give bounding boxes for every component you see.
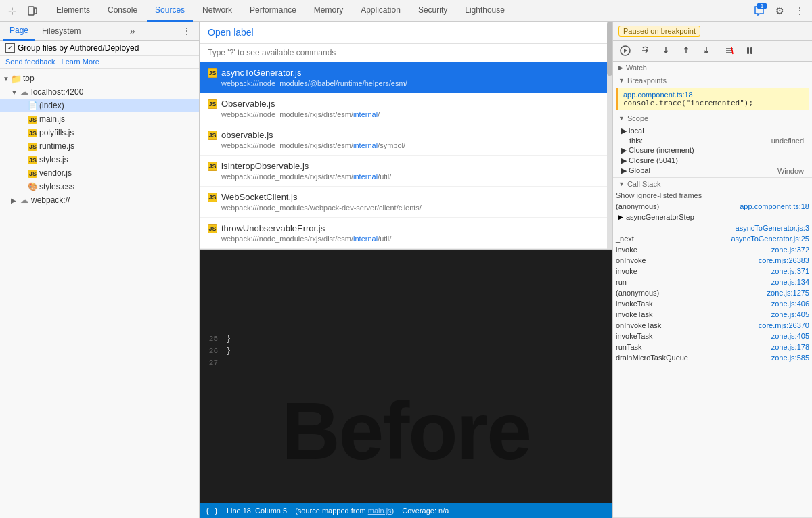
tree-item-vendor-js[interactable]: JSvendor.js [0, 166, 199, 180]
file-name: Observable.js [221, 99, 604, 109]
tab-page[interactable]: Page [3, 22, 35, 41]
step-out-btn[interactable] [677, 43, 696, 59]
resume-btn[interactable] [616, 43, 635, 59]
tree-item-webpack---[interactable]: ▶☁webpack:// [0, 193, 199, 207]
scope-header[interactable]: ▼ Scope [613, 112, 812, 124]
search-query[interactable]: label [233, 27, 254, 38]
center-panel: Open label Type '?' to see available com… [200, 22, 612, 518]
call-stack-item-5[interactable]: onInvoke core.mjs:26383 [613, 255, 812, 266]
call-stack-item-14[interactable]: drainMicroTaskQueue zone.js:585 [613, 352, 812, 363]
tab-security[interactable]: Security [410, 0, 455, 22]
breakpoints-header[interactable]: ▼ Breakpoints [613, 74, 812, 87]
tree-label: main.js [39, 114, 65, 124]
svg-rect-1 [35, 8, 37, 14]
tree-item-top[interactable]: ▼📁top [0, 72, 199, 85]
call-stack-item-10[interactable]: invokeTask zone.js:405 [613, 309, 812, 320]
file-item-1[interactable]: JS Observable.js webpack:///node_modules… [200, 93, 612, 124]
pause-exceptions-btn[interactable] [740, 43, 759, 59]
call-stack-item-4[interactable]: invoke zone.js:372 [613, 244, 812, 255]
panel-menu-icon[interactable]: ⋮ [177, 22, 196, 41]
tree-item-main-js[interactable]: JSmain.js [0, 112, 199, 126]
file-item-4[interactable]: JS WebSocketClient.js webpack:///node_mo… [200, 187, 612, 218]
main-js-link[interactable]: main.js [368, 507, 392, 515]
file-item-2[interactable]: JS observable.js webpack:///node_modules… [200, 124, 612, 156]
right-panel: Paused on breakpoint [612, 22, 812, 518]
watch-header[interactable]: ▶ Watch [613, 62, 812, 74]
cursor-icon[interactable]: ⊹ [3, 1, 22, 20]
breakpoint-item: app.component.ts:18 console.trace("incre… [616, 88, 809, 110]
toolbar-separator [45, 4, 45, 18]
code-area[interactable]: 25 } 26 } 27 Before [200, 333, 612, 518]
call-stack-item-0[interactable]: (anonymous) app.component.ts:18 [613, 201, 812, 212]
tree-item-styles-js[interactable]: JSstyles.js [0, 153, 199, 166]
tree-item-polyfills-js[interactable]: JSpolyfills.js [0, 126, 199, 139]
call-loc: zone.js:372 [771, 245, 809, 254]
tab-elements[interactable]: Elements [48, 0, 98, 22]
tab-performance[interactable]: Performance [242, 0, 304, 22]
call-stack-item-3[interactable]: _next asyncToGenerator.js:25 [613, 233, 812, 244]
code-line-26: 26 } [200, 345, 612, 357]
js-icon: JS [208, 162, 217, 171]
dialog-scrollbar-thumb[interactable] [607, 22, 612, 76]
tab-network[interactable]: Network [194, 0, 240, 22]
tree-item-styles-css[interactable]: 🎨styles.css [0, 180, 199, 193]
deactivate-btn[interactable] [720, 43, 739, 59]
svg-rect-0 [28, 7, 34, 15]
tab-application[interactable]: Application [353, 0, 409, 22]
file-name: throwUnobservableError.js [221, 223, 604, 233]
debug-toolbar [613, 41, 812, 62]
call-stack-expand-async[interactable]: ▶asyncGeneratorStep [613, 212, 812, 222]
more-icon[interactable]: ⋮ [790, 1, 809, 20]
call-stack-item-8[interactable]: (anonymous) zone.js:1275 [613, 287, 812, 298]
tab-memory[interactable]: Memory [306, 0, 351, 22]
tab-filesystem[interactable]: Filesystem [35, 22, 87, 41]
send-feedback-link[interactable]: Send feedback [5, 57, 55, 66]
scope-local: ▶ local [618, 126, 807, 136]
tree-item-localhost-4200[interactable]: ▼☁localhost:4200 [0, 85, 199, 99]
call-stack-item-13[interactable]: runTask zone.js:178 [613, 342, 812, 352]
group-files-row: ✓ Group files by Authored/Deployed [0, 41, 199, 56]
step-over-btn[interactable] [636, 43, 655, 59]
file-icon: JS [208, 193, 221, 202]
tree-label: styles.css [39, 182, 74, 191]
more-tabs-icon[interactable]: » [127, 26, 138, 37]
show-ignore-frames[interactable]: Show ignore-listed frames [613, 190, 812, 201]
call-stack-item-6[interactable]: invoke zone.js:371 [613, 266, 812, 277]
tree-label: localhost:4200 [31, 87, 83, 97]
step-into-btn[interactable] [656, 43, 675, 59]
file-icon: JS [208, 162, 221, 171]
file-item-3[interactable]: JS isInteropObservable.js webpack:///nod… [200, 156, 612, 187]
learn-more-link[interactable]: Learn More [62, 57, 99, 66]
call-loc: zone.js:585 [771, 354, 809, 362]
call-loc: zone.js:178 [771, 343, 809, 351]
checkbox-group-files[interactable]: ✓ [5, 43, 15, 53]
call-loc: core.mjs:26383 [759, 256, 809, 264]
tree-item-runtime-js[interactable]: JSruntime.js [0, 139, 199, 153]
tree-label: (index) [39, 101, 64, 110]
call-stack-item-11[interactable]: onInvokeTask core.mjs:26370 [613, 320, 812, 331]
call-stack-item-12[interactable]: invokeTask zone.js:405 [613, 331, 812, 342]
dialog-scrollbar[interactable] [607, 22, 612, 249]
call-loc: zone.js:134 [771, 278, 809, 286]
breakpoint-file[interactable]: app.component.ts:18 [623, 91, 804, 99]
device-icon[interactable] [23, 1, 42, 20]
call-stack-item-2[interactable]: asyncToGenerator.js:3 [613, 222, 812, 233]
tree-item--index-[interactable]: 📄(index) [0, 99, 199, 112]
file-item-5[interactable]: JS throwUnobservableError.js webpack:///… [200, 218, 612, 249]
call-func: runTask [616, 343, 642, 351]
call-stack-item-9[interactable]: invokeTask zone.js:406 [613, 298, 812, 309]
call-stack-header[interactable]: ▼ Call Stack [613, 178, 812, 190]
file-item-0[interactable]: JS asyncToGenerator.js webpack:///node_m… [200, 62, 612, 93]
step-btn[interactable] [697, 43, 716, 59]
tab-lighthouse[interactable]: Lighthouse [457, 0, 513, 22]
settings-icon[interactable]: ⚙ [770, 1, 789, 20]
call-stack-item-7[interactable]: run zone.js:134 [613, 277, 812, 287]
tab-console[interactable]: Console [99, 0, 145, 22]
tree-icon: JS [27, 142, 38, 151]
tab-sources[interactable]: Sources [147, 0, 193, 22]
file-name: asyncToGenerator.js [221, 68, 604, 78]
tree-label: polyfills.js [39, 128, 74, 137]
line-content-25: } [223, 333, 612, 345]
format-icon[interactable]: { } [205, 507, 219, 515]
tree-label: top [23, 74, 35, 83]
